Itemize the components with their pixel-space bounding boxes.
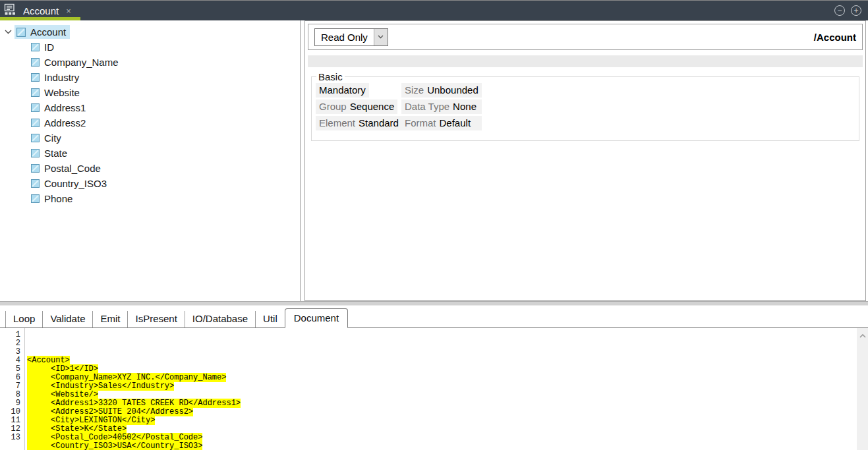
tree-item-label: Website <box>44 87 80 98</box>
element-node-icon <box>31 179 40 188</box>
tab-document[interactable]: Document <box>285 308 348 328</box>
element-node-icon <box>31 58 40 67</box>
property-label: Size <box>405 84 424 96</box>
property-label: Format <box>405 117 436 128</box>
tree-item-account[interactable]: Account <box>0 24 300 40</box>
form-icon <box>4 3 17 18</box>
tab-io-database[interactable]: IO/Database <box>185 311 255 327</box>
tree-item-label: Address1 <box>44 102 86 113</box>
tree-item-label: ID <box>44 42 54 53</box>
property-value: Standard <box>359 117 399 128</box>
tree-item-label: Postal_Code <box>44 163 101 174</box>
tab-util[interactable]: Util <box>255 311 285 327</box>
tree-item[interactable]: Company_Name <box>0 55 300 70</box>
element-detail-panel: Read Only /Account Basic Mandatory <box>304 20 866 301</box>
element-node-icon <box>31 164 40 173</box>
code-line: <Country_ISO3>USA</Country_ISO3> <box>27 442 241 450</box>
element-node-icon <box>31 73 40 82</box>
tree-item-label: City <box>44 132 61 144</box>
tree-item-label: Industry <box>44 72 79 83</box>
tree-item[interactable]: State <box>0 146 300 161</box>
basic-group: Basic Mandatory SizeUnbounded GroupSeque… <box>311 71 859 141</box>
titlebar-controls: − + <box>834 5 868 16</box>
tree-item-label: Account <box>30 26 66 38</box>
tree-item-label: Phone <box>44 193 72 204</box>
property-label: Element <box>319 117 355 128</box>
chevron-down-icon[interactable] <box>5 30 14 34</box>
property-value: Unbounded <box>427 84 478 96</box>
document-code-view: 12345678910111213 <Account> <ID>1</ID> <… <box>0 328 868 450</box>
tab-loop[interactable]: Loop <box>5 311 42 327</box>
close-tab-icon[interactable]: × <box>65 6 72 16</box>
property-chip: Data TypeNone <box>401 99 482 114</box>
tree-item[interactable]: Postal_Code <box>0 161 300 176</box>
detail-toolbar: Read Only /Account <box>308 24 863 50</box>
tree-item[interactable]: Phone <box>0 191 300 206</box>
tab-emit[interactable]: Emit <box>92 311 127 327</box>
horizontal-splitter[interactable] <box>0 301 868 306</box>
tree-item-label: Address2 <box>44 117 86 128</box>
tab-validate[interactable]: Validate <box>42 311 92 327</box>
bottom-tab-bar: Loop Validate Emit IsPresent IO/Database… <box>0 306 868 328</box>
main-area: Account ID Compa <box>0 20 868 301</box>
tree-item[interactable]: Address2 <box>0 115 300 130</box>
line-number-gutter: 12345678910111213 <box>0 328 25 450</box>
tree-item[interactable]: City <box>0 130 300 146</box>
selected-tree-node: Account <box>14 25 70 39</box>
document-tab-account[interactable]: Account × <box>0 1 80 20</box>
active-tab-underline <box>0 17 80 20</box>
expand-circle-button[interactable]: + <box>851 5 861 16</box>
scroll-up-icon[interactable] <box>859 332 866 341</box>
schema-tree: Account ID Compa <box>0 24 300 206</box>
tree-item[interactable]: Address1 <box>0 100 300 115</box>
read-only-dropdown-value: Read Only <box>315 29 374 45</box>
document-tab-label: Account <box>23 5 59 16</box>
tree-item[interactable]: Country_ISO3 <box>0 176 300 191</box>
tree-item-label: Company_Name <box>44 57 119 68</box>
element-path-label: /Account <box>814 32 856 43</box>
schema-tree-panel: Account ID Compa <box>0 20 301 301</box>
property-chip: ElementStandard <box>316 116 402 130</box>
tree-item-label: Country_ISO3 <box>44 178 107 189</box>
xml-code[interactable]: <Account> <ID>1</ID> <Company_Name>XYZ I… <box>25 328 241 450</box>
element-node-icon <box>31 194 40 203</box>
tree-item[interactable]: Industry <box>0 70 300 85</box>
property-value: Sequence <box>350 101 395 112</box>
detail-subheader-strip <box>308 55 863 67</box>
element-node-icon <box>31 119 40 127</box>
element-node-icon <box>31 43 40 51</box>
property-chips: Mandatory SizeUnbounded GroupSequence Da… <box>316 83 855 130</box>
element-node-icon <box>31 103 40 112</box>
element-node-icon <box>31 149 40 157</box>
property-label: Group <box>319 101 347 112</box>
property-chip: SizeUnbounded <box>401 83 482 98</box>
property-value: Mandatory <box>319 84 366 96</box>
read-only-dropdown[interactable]: Read Only <box>314 28 388 46</box>
tree-item[interactable]: Website <box>0 85 300 100</box>
property-value: None <box>453 101 477 112</box>
chevron-down-icon[interactable] <box>374 29 388 45</box>
property-chip: Mandatory <box>316 83 369 98</box>
property-chip: FormatDefault <box>401 116 482 130</box>
element-node-icon <box>31 88 40 97</box>
property-chip: GroupSequence <box>316 99 397 114</box>
tree-item[interactable]: ID <box>0 40 300 55</box>
element-node-icon <box>16 28 26 37</box>
collapse-circle-button[interactable]: − <box>834 5 845 16</box>
line-number: 13 <box>0 434 20 442</box>
app-window: Account × − + Account <box>0 0 868 450</box>
vertical-scrollbar[interactable] <box>857 328 868 450</box>
titlebar: Account × − + <box>0 1 868 20</box>
element-node-icon <box>31 134 40 142</box>
property-label: Data Type <box>405 101 449 112</box>
tab-ispresent[interactable]: IsPresent <box>127 311 184 327</box>
property-value: Default <box>440 117 471 128</box>
basic-group-legend: Basic <box>316 71 345 82</box>
tree-item-label: State <box>44 148 67 159</box>
